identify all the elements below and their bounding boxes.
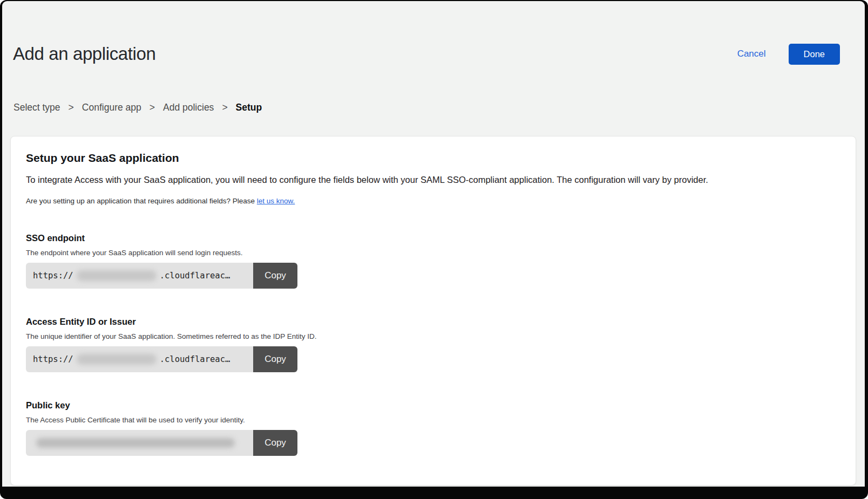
access-entity-id-label: Access Entity ID or Issuer bbox=[26, 317, 838, 327]
value-prefix: https:// bbox=[33, 271, 73, 281]
breadcrumb: Select type > Configure app > Add polici… bbox=[13, 102, 865, 113]
field-public-key: Public key The Access Public Certificate… bbox=[26, 400, 838, 456]
access-entity-id-copy-button[interactable]: Copy bbox=[253, 346, 297, 372]
sso-endpoint-label: SSO endpoint bbox=[26, 233, 838, 243]
card-heading: Setup your SaaS application bbox=[26, 152, 838, 165]
breadcrumb-separator: > bbox=[69, 102, 74, 113]
let-us-know-link[interactable]: let us know. bbox=[257, 197, 295, 205]
card-intro: To integrate Access with your SaaS appli… bbox=[26, 174, 838, 186]
header-actions: Cancel Done bbox=[737, 44, 840, 65]
value-suffix: .cloudflareac… bbox=[160, 354, 230, 364]
page-header: Add an application Cancel Done bbox=[13, 32, 840, 76]
page-title: Add an application bbox=[13, 44, 155, 64]
access-entity-id-description: The unique identifier of your SaaS appli… bbox=[26, 332, 838, 340]
value-prefix: https:// bbox=[33, 354, 73, 364]
cancel-button[interactable]: Cancel bbox=[737, 49, 766, 59]
breadcrumb-separator: > bbox=[222, 102, 227, 113]
additional-fields-note: Are you setting up an application that r… bbox=[26, 197, 838, 205]
sso-endpoint-value: https:// .cloudflareac… bbox=[26, 263, 253, 289]
breadcrumb-step-setup-current: Setup bbox=[236, 102, 262, 113]
breadcrumb-step-configure-app[interactable]: Configure app bbox=[82, 102, 141, 113]
additional-fields-text: Are you setting up an application that r… bbox=[26, 197, 255, 205]
access-entity-id-value-row: https:// .cloudflareac… Copy bbox=[26, 346, 297, 372]
public-key-value bbox=[26, 430, 253, 456]
access-entity-id-value: https:// .cloudflareac… bbox=[26, 346, 253, 372]
redacted-text-blur bbox=[77, 354, 157, 365]
sso-endpoint-copy-button[interactable]: Copy bbox=[253, 263, 297, 289]
setup-card: Setup your SaaS application To integrate… bbox=[10, 136, 856, 486]
public-key-description: The Access Public Certificate that will … bbox=[26, 416, 838, 424]
breadcrumb-step-add-policies[interactable]: Add policies bbox=[163, 102, 214, 113]
value-suffix: .cloudflareac… bbox=[160, 271, 230, 281]
field-sso-endpoint: SSO endpoint The endpoint where your Saa… bbox=[26, 233, 838, 289]
redacted-text-blur bbox=[77, 270, 157, 281]
public-key-value-row: Copy bbox=[26, 430, 297, 456]
page-background: Add an application Cancel Done Select ty… bbox=[2, 1, 865, 487]
screenshot-frame: Add an application Cancel Done Select ty… bbox=[0, 0, 868, 499]
field-access-entity-id: Access Entity ID or Issuer The unique id… bbox=[26, 317, 838, 372]
done-button[interactable]: Done bbox=[789, 44, 840, 65]
redacted-text-blur bbox=[36, 438, 235, 448]
public-key-copy-button[interactable]: Copy bbox=[253, 430, 297, 456]
public-key-label: Public key bbox=[26, 400, 838, 411]
breadcrumb-step-select-type[interactable]: Select type bbox=[13, 102, 60, 113]
breadcrumb-separator: > bbox=[150, 102, 155, 113]
sso-endpoint-description: The endpoint where your SaaS application… bbox=[26, 249, 838, 257]
sso-endpoint-value-row: https:// .cloudflareac… Copy bbox=[26, 263, 297, 289]
